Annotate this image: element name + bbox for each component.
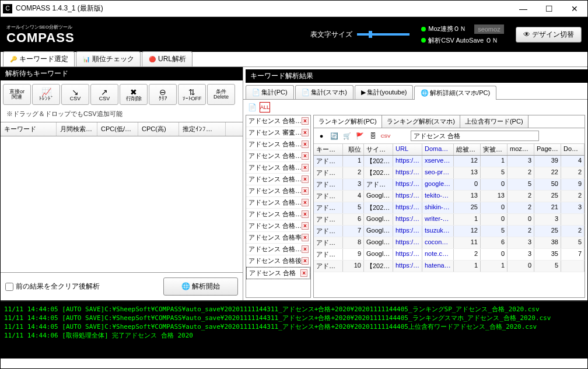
detail-tab[interactable]: 上位含有ワード(PC) [460, 115, 528, 128]
window-title: COMPASS 1.4.3_1 (最新版) [16, 3, 510, 13]
status-dot-icon [421, 38, 426, 43]
keyword-row[interactable]: アドセンス 合格率× [246, 232, 310, 244]
cart-icon[interactable]: 🛒 [342, 131, 352, 141]
sort-off-btn[interactable]: ⇅ｿｰﾄOFF [178, 84, 206, 105]
detail-row[interactable]: アドセン…3アドセン…https:/…google…005509 [314, 179, 584, 191]
keyword-row[interactable]: アドセンス 合格…× [246, 115, 310, 127]
font-size-slider[interactable] [357, 33, 410, 36]
keyword-row[interactable]: アドセンス 審査…× [246, 127, 310, 139]
remove-icon[interactable]: × [302, 175, 309, 183]
remove-icon[interactable]: × [302, 199, 309, 206]
trend-btn[interactable]: 📈ﾄﾚﾝﾄﾞ [32, 84, 60, 105]
keyword-row[interactable]: アドセンス 合格…× [246, 244, 310, 255]
detail-col-header[interactable]: 順位 [343, 144, 364, 155]
detail-col-header[interactable]: 総被リ… [454, 144, 481, 155]
subtab[interactable]: 📄集計(スマホ) [295, 85, 354, 99]
db-icon[interactable]: 🗄 [368, 131, 378, 141]
subtab[interactable]: 🌐解析詳細(スマホ/PC) [414, 86, 496, 100]
url-icon: 🔴 [148, 55, 156, 64]
keyword-row[interactable]: アドセンス 合格× [246, 267, 310, 279]
detail-row[interactable]: アドセン…1【2020…https:/…xserver.…1213394 [314, 156, 584, 167]
design-toggle-button[interactable]: デザイン切替 [516, 27, 582, 43]
remove-icon[interactable]: × [302, 245, 309, 253]
csv-icon[interactable]: CSV [380, 131, 391, 141]
detail-row[interactable]: アドセン…2【2020…https:/…seo-pr…1352222 [314, 167, 584, 179]
left-col-header[interactable]: キーワード [1, 122, 57, 136]
log-console[interactable]: 11/11 14:44:05 [AUTO SAVE]C:¥SheepSoft¥C… [1, 300, 587, 359]
remove-icon[interactable]: × [302, 164, 309, 171]
close-button[interactable]: ✕ [562, 1, 587, 17]
detail-row[interactable]: アドセン…5【2020…https:/…shikin-…2502213 [314, 202, 584, 214]
remove-icon[interactable]: × [302, 222, 309, 230]
remove-icon[interactable]: × [302, 129, 309, 136]
flag-icon[interactable]: 🚩 [355, 131, 365, 141]
left-col-header[interactable]: CPC(低/… [97, 122, 138, 136]
keyword-row[interactable]: アドセンス 合格…× [246, 162, 310, 174]
detail-col-header[interactable]: URL [393, 144, 422, 155]
detail-grid[interactable]: キーワ…順位サイトタ…URLDoma…総被リ…実被リ…mozR…Page …Do… [314, 144, 584, 297]
detail-row[interactable]: アドセン…6Google…https:/…writer-…1003 [314, 214, 584, 226]
remove-icon[interactable]: × [302, 210, 309, 218]
detail-col-header[interactable]: mozR… [508, 144, 534, 155]
keyword-row[interactable]: アドセンス 合格後× [246, 255, 310, 267]
subtab[interactable]: 📄集計(PC) [246, 85, 294, 99]
detail-col-header[interactable]: サイトタ… [364, 144, 393, 155]
keyword-row[interactable]: アドセンス 合格…× [246, 185, 310, 197]
tab-keyword[interactable]: 🔑キーワード選定 [3, 51, 75, 66]
detail-row[interactable]: アドセン…7Google…https:/…tsuzuki…1252252 [314, 226, 584, 237]
keyword-row[interactable]: アドセンス 合格…× [246, 197, 310, 209]
refresh-icon[interactable]: 🔄 [329, 131, 340, 141]
left-grid-body[interactable] [1, 136, 243, 272]
log-line: 11/11 14:44:06 [取得処理全体] 完了アドセンス 合格 2020 [4, 331, 584, 340]
remove-icon[interactable]: × [302, 234, 309, 241]
clear-btn[interactable]: ⊖ｸﾘｱ [149, 84, 177, 105]
remove-icon[interactable]: × [302, 187, 309, 195]
cond-del-btn[interactable]: 条件 Delete [207, 84, 235, 105]
left-col-header[interactable]: 月間検索… [57, 122, 97, 136]
remove-icon[interactable]: × [302, 117, 309, 125]
detail-row[interactable]: アドセン…10【2020…https:/…hatena…1105 [314, 261, 584, 272]
keyword-row[interactable]: アドセンス 合格…× [246, 139, 310, 150]
row-del-btn[interactable]: ✖行削除 [120, 84, 148, 105]
keyword-row[interactable]: アドセンス 合格…× [246, 174, 310, 185]
remove-icon[interactable]: × [300, 269, 307, 277]
detail-row[interactable]: アドセン…4Google…https:/…tekito-…13132252 [314, 191, 584, 202]
tab-rank-check[interactable]: 📊順位チェック [76, 51, 141, 66]
csv-up-btn[interactable]: ↗CSV [90, 84, 118, 105]
direct-btn[interactable]: 直接or 関連 [3, 84, 31, 105]
left-col-header[interactable]: CPC(高) [138, 122, 179, 136]
detail-tab[interactable]: ランキング解析(PC) [314, 115, 382, 128]
maximize-button[interactable]: ☐ [536, 1, 562, 17]
right-panel-header: キーワード解析結果 [246, 69, 587, 83]
detail-col-header[interactable]: Doma… [561, 144, 584, 155]
detail-row[interactable]: アドセン…8Google…https:/…cocona…1163385 [314, 237, 584, 249]
detail-col-header[interactable]: Page … [534, 144, 561, 155]
detail-tab[interactable]: ランキング解析(スマホ) [382, 115, 460, 128]
mini-icon-row: 📄 ALL [243, 100, 587, 115]
doc-icon[interactable]: 📄 [247, 102, 257, 113]
detail-keyword-input[interactable] [411, 131, 539, 141]
all-icon[interactable]: ALL [260, 102, 270, 113]
keyword-list[interactable]: アドセンス 合格…×アドセンス 審査…×アドセンス 合格…×アドセンス 合格…×… [246, 115, 311, 298]
csv-down-btn[interactable]: ↘CSV [61, 84, 89, 105]
left-col-header[interactable]: 推定ｲﾝﾌ… [179, 122, 226, 136]
minimize-button[interactable]: — [510, 1, 536, 17]
remove-icon[interactable]: × [302, 152, 309, 160]
detail-col-header[interactable]: 実被リ… [481, 144, 508, 155]
analyze-button[interactable]: 解析開始 [163, 277, 238, 296]
subtab[interactable]: ▶集計(youtube) [355, 85, 413, 99]
tab-url-analysis[interactable]: 🔴URL解析 [142, 51, 192, 66]
remove-icon[interactable]: × [302, 257, 309, 265]
clear-results-checkbox[interactable]: 前の結果を全クリア後解析 [5, 282, 100, 291]
keyword-row[interactable]: アドセンス 合格…× [246, 220, 310, 232]
detail-row[interactable]: アドセン…9Google…https:/…note.co…203357 [314, 249, 584, 261]
detail-col-header[interactable]: Doma… [422, 144, 454, 155]
detail-col-header[interactable]: キーワ… [314, 144, 343, 155]
keyword-row[interactable]: アドセンス 合格…× [246, 209, 310, 220]
keyword-row[interactable]: アドセンス 合格…× [246, 150, 310, 162]
circle-icon[interactable]: ● [316, 131, 327, 141]
remove-icon[interactable]: × [302, 140, 309, 148]
main-tabs: 🔑キーワード選定 📊順位チェック 🔴URL解析 [1, 52, 587, 67]
left-grid-header: キーワード月間検索…CPC(低/…CPC(高)推定ｲﾝﾌ… [1, 122, 243, 136]
left-toolbar: 直接or 関連📈ﾄﾚﾝﾄﾞ↘CSV↗CSV✖行削除⊖ｸﾘｱ⇅ｿｰﾄOFF条件 D… [1, 80, 243, 108]
